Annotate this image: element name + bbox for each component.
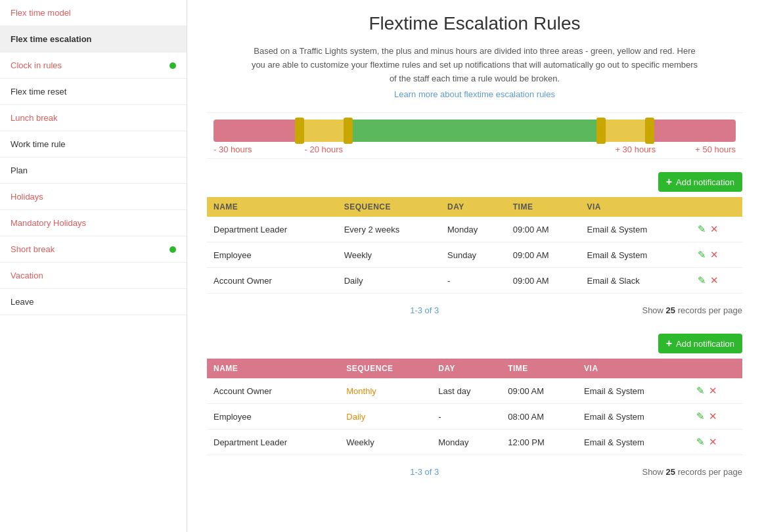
edit-icon[interactable]: ✎ (696, 436, 705, 448)
cell-day: Sunday (441, 242, 506, 268)
col-time-2: TIME (501, 359, 577, 378)
cell-actions: ✎ ✕ (691, 268, 742, 294)
cell-name: Account Owner (207, 268, 338, 294)
sidebar-item-short-break[interactable]: Short break (0, 236, 187, 263)
page-description: Based on a Traffic Lights system, the pl… (252, 45, 698, 85)
red-pagination: 1-3 of 3 (410, 467, 439, 477)
delete-icon[interactable]: ✕ (709, 410, 717, 422)
sidebar-item-vacation[interactable]: Vacation (0, 263, 187, 289)
bar-red-left (213, 120, 295, 142)
red-table: NAME SEQUENCE DAY TIME VIA Account Owner… (207, 359, 742, 455)
sidebar-item-plan[interactable]: Plan (0, 158, 187, 184)
cell-via: Email & Slack (581, 268, 691, 294)
cell-name: Employee (207, 242, 338, 268)
yellow-table-header-row: NAME SEQUENCE DAY TIME VIA (207, 197, 742, 217)
sidebar-item-label: Clock in rules (11, 60, 62, 70)
cell-via: Email & System (577, 378, 690, 404)
table-row: Department Leader Every 2 weeks Monday 0… (207, 217, 742, 242)
cell-time: 09:00 AM (506, 268, 581, 294)
bar-handle-2[interactable] (344, 118, 353, 144)
delete-icon[interactable]: ✕ (710, 275, 719, 286)
learn-more-link[interactable]: Learn more about flextime escalation rul… (207, 89, 742, 99)
red-records-per-page: Show 25 records per page (642, 467, 742, 477)
sidebar-item-dot (169, 62, 176, 69)
cell-day: Monday (441, 217, 506, 242)
cell-time: 09:00 AM (506, 217, 581, 242)
yellow-pagination-row: 1-3 of 3 Show 25 records per page (207, 300, 742, 321)
delete-icon[interactable]: ✕ (709, 436, 717, 448)
traffic-bar (213, 120, 736, 142)
sidebar: Flex time modelFlex time escalationClock… (0, 0, 187, 532)
edit-icon[interactable]: ✎ (698, 275, 706, 286)
delete-icon[interactable]: ✕ (709, 385, 717, 397)
bar-yellow-left (304, 120, 344, 142)
delete-icon[interactable]: ✕ (710, 249, 719, 261)
red-table-header-row: NAME SEQUENCE DAY TIME VIA (207, 359, 742, 378)
plus-icon-2: + (666, 338, 672, 349)
edit-icon[interactable]: ✎ (696, 385, 705, 397)
yellow-pagination: 1-3 of 3 (410, 305, 439, 315)
add-notification-row-2: + Add notification (207, 334, 742, 353)
edit-icon[interactable]: ✎ (698, 249, 706, 261)
col-day-2: DAY (432, 359, 501, 378)
add-notification-button-2[interactable]: + Add notification (658, 334, 742, 353)
add-notification-button-1[interactable]: + Add notification (658, 172, 742, 192)
sidebar-item-label: Holidays (11, 192, 43, 202)
sidebar-item-flex-time-escalation[interactable]: Flex time escalation (0, 26, 187, 53)
sidebar-item-label: Work time rule (11, 139, 66, 149)
cell-time: 08:00 AM (501, 404, 577, 430)
sidebar-item-mandatory-holidays[interactable]: Mandatory Holidays (0, 210, 187, 236)
sidebar-item-label: Plan (11, 166, 28, 175)
sidebar-item-clock-in-rules[interactable]: Clock in rules (0, 53, 187, 79)
sidebar-item-label: Flex time escalation (11, 34, 92, 44)
bar-labels-right: + 30 hours + 50 hours (615, 144, 736, 154)
sidebar-item-holidays[interactable]: Holidays (0, 184, 187, 210)
bar-label-plus30: + 30 hours (615, 144, 656, 154)
cell-sequence: Weekly (340, 430, 432, 455)
cell-actions: ✎ ✕ (690, 404, 742, 430)
cell-via: Email & System (581, 217, 691, 242)
cell-sequence: Daily (340, 404, 432, 430)
bar-handle-1[interactable] (295, 118, 304, 144)
sidebar-item-label: Flex time reset (11, 87, 66, 97)
sidebar-item-flex-time-reset[interactable]: Flex time reset (0, 79, 187, 105)
edit-icon[interactable]: ✎ (698, 223, 706, 235)
add-notification-row-1: + Add notification (207, 172, 742, 192)
sidebar-item-dot (169, 246, 176, 253)
sidebar-item-lunch-break[interactable]: Lunch break (0, 105, 187, 131)
cell-day: - (441, 268, 506, 294)
traffic-bar-container: - 30 hours - 20 hours + 30 hours + 50 ho… (207, 112, 742, 159)
bar-label-plus50: + 50 hours (695, 144, 736, 154)
edit-icon[interactable]: ✎ (696, 410, 705, 422)
col-sequence-1: SEQUENCE (338, 197, 441, 217)
delete-icon[interactable]: ✕ (710, 223, 719, 235)
cell-sequence: Weekly (338, 242, 441, 268)
add-notification-label-2: Add notification (676, 339, 734, 349)
bar-label-minus20: - 20 hours (305, 144, 344, 154)
col-name-1: NAME (207, 197, 338, 217)
col-name-2: NAME (207, 359, 340, 378)
cell-time: 09:00 AM (506, 242, 581, 268)
bar-yellow-right (606, 120, 645, 142)
sidebar-item-leave[interactable]: Leave (0, 289, 187, 315)
col-via-2: VIA (577, 359, 690, 378)
bar-green (353, 120, 596, 142)
cell-actions: ✎ ✕ (691, 217, 742, 242)
cell-sequence: Monthly (340, 378, 432, 404)
add-notification-label-1: Add notification (676, 177, 734, 187)
cell-actions: ✎ ✕ (690, 378, 742, 404)
bar-handle-4[interactable] (645, 118, 654, 144)
yellow-table-head: NAME SEQUENCE DAY TIME VIA (207, 197, 742, 217)
cell-actions: ✎ ✕ (691, 242, 742, 268)
cell-time: 09:00 AM (501, 378, 577, 404)
yellow-table: NAME SEQUENCE DAY TIME VIA Department Le… (207, 197, 742, 294)
cell-name: Department Leader (207, 430, 340, 455)
bar-handle-3[interactable] (596, 118, 606, 144)
sidebar-item-flex-time-model[interactable]: Flex time model (0, 0, 187, 26)
sidebar-item-label: Leave (11, 297, 34, 307)
bar-label-minus30: - 30 hours (213, 144, 252, 154)
sidebar-item-work-time-rule[interactable]: Work time rule (0, 131, 187, 158)
bar-labels-left: - 30 hours - 20 hours (213, 144, 343, 154)
cell-name: Department Leader (207, 217, 338, 242)
sidebar-item-label: Mandatory Holidays (11, 218, 86, 228)
